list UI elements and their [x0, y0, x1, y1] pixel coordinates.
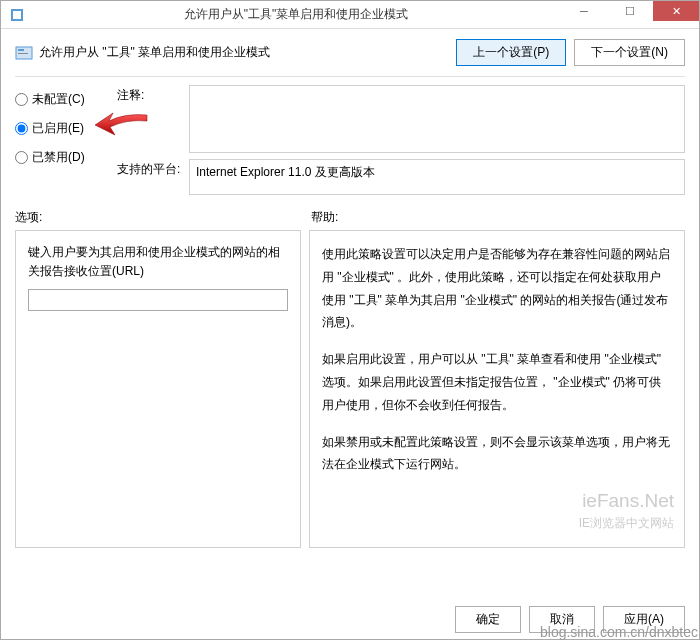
comment-label: 注释:	[117, 85, 189, 153]
radio-not-configured-input[interactable]	[15, 93, 28, 106]
svg-rect-1	[13, 11, 21, 19]
app-icon	[9, 7, 25, 23]
platform-box: Internet Explorer 11.0 及更高版本	[189, 159, 685, 195]
header-label: 允许用户从 "工具" 菜单启用和使用企业模式	[39, 44, 456, 61]
svg-rect-3	[18, 49, 24, 51]
minimize-button[interactable]: ─	[561, 1, 607, 21]
window-title: 允许用户从"工具"菜单启用和使用企业模式	[31, 6, 561, 23]
main-panes: 键入用户要为其启用和使用企业模式的网站的相关报告接收位置(URL) 使用此策略设…	[1, 230, 699, 558]
policy-dialog: 允许用户从"工具"菜单启用和使用企业模式 ─ ☐ ✕ 允许用户从 "工具" 菜单…	[0, 0, 700, 640]
radio-disabled-input[interactable]	[15, 151, 28, 164]
titlebar: 允许用户从"工具"菜单启用和使用企业模式 ─ ☐ ✕	[1, 1, 699, 29]
url-input[interactable]	[28, 289, 288, 311]
next-setting-button[interactable]: 下一个设置(N)	[574, 39, 685, 66]
radio-not-configured-label: 未配置(C)	[32, 91, 85, 108]
help-paragraph: 使用此策略设置可以决定用户是否能够为存在兼容性问题的网站启用 "企业模式" 。此…	[322, 243, 672, 334]
options-label: 选项:	[15, 209, 311, 226]
help-paragraph: 如果启用此设置，用户可以从 "工具" 菜单查看和使用 "企业模式" 选项。如果启…	[322, 348, 672, 416]
help-pane: 使用此策略设置可以决定用户是否能够为存在兼容性问题的网站启用 "企业模式" 。此…	[309, 230, 685, 548]
radio-enabled-label: 已启用(E)	[32, 120, 84, 137]
window-controls: ─ ☐ ✕	[561, 1, 699, 28]
ok-button[interactable]: 确定	[455, 606, 521, 633]
radio-enabled-input[interactable]	[15, 122, 28, 135]
radio-enabled[interactable]: 已启用(E)	[15, 120, 107, 137]
watermark: IE浏览器中文网站	[579, 512, 674, 535]
options-pane: 键入用户要为其启用和使用企业模式的网站的相关报告接收位置(URL)	[15, 230, 301, 548]
section-labels: 选项: 帮助:	[1, 201, 699, 230]
header-row: 允许用户从 "工具" 菜单启用和使用企业模式 上一个设置(P) 下一个设置(N)	[1, 29, 699, 74]
config-area: 未配置(C) 已启用(E) 已禁用(D) 注释: 支持的平台: Internet…	[1, 85, 699, 201]
prev-setting-button[interactable]: 上一个设置(P)	[456, 39, 566, 66]
policy-icon	[15, 44, 33, 62]
url-option-label: 键入用户要为其启用和使用企业模式的网站的相关报告接收位置(URL)	[28, 243, 288, 281]
svg-rect-4	[18, 53, 28, 54]
blog-watermark: blog.sina.com.cn/dnxbtec	[540, 624, 698, 640]
maximize-button[interactable]: ☐	[607, 1, 653, 21]
radio-not-configured[interactable]: 未配置(C)	[15, 91, 107, 108]
comment-textarea[interactable]	[189, 85, 685, 153]
help-paragraph: 如果禁用或未配置此策略设置，则不会显示该菜单选项，用户将无法在企业模式下运行网站…	[322, 431, 672, 477]
platform-label: 支持的平台:	[117, 159, 189, 195]
radio-disabled-label: 已禁用(D)	[32, 149, 85, 166]
help-label: 帮助:	[311, 209, 338, 226]
close-button[interactable]: ✕	[653, 1, 699, 21]
radio-group: 未配置(C) 已启用(E) 已禁用(D)	[15, 85, 107, 201]
radio-disabled[interactable]: 已禁用(D)	[15, 149, 107, 166]
